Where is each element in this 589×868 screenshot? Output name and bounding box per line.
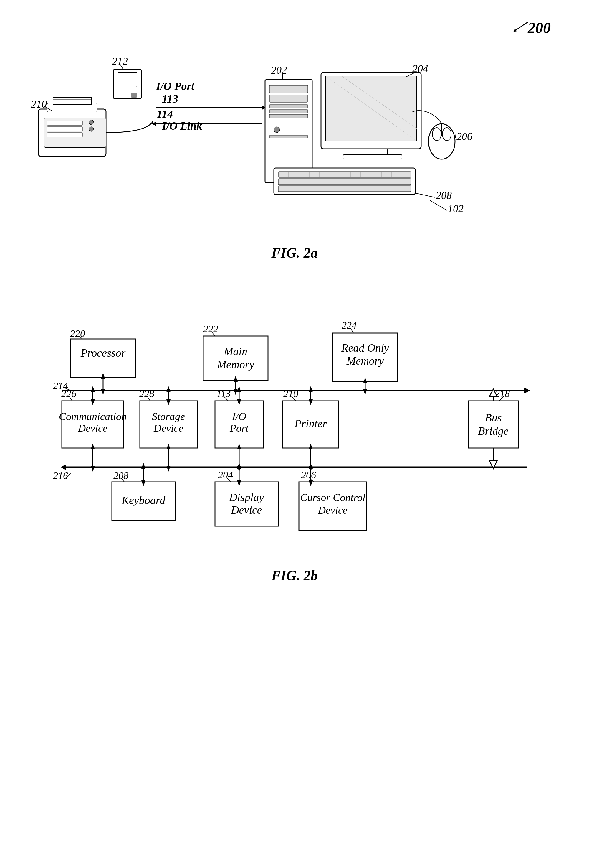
svg-marker-77 [60, 464, 66, 470]
svg-text:Printer: Printer [294, 417, 327, 430]
svg-marker-102 [363, 389, 367, 395]
svg-text:Bridge: Bridge [478, 425, 509, 437]
svg-text:202: 202 [271, 64, 287, 76]
svg-marker-122 [91, 466, 95, 472]
svg-text:206: 206 [456, 131, 473, 142]
svg-text:206: 206 [301, 469, 316, 480]
svg-text:Communication: Communication [59, 410, 127, 422]
svg-text:212: 212 [112, 55, 128, 67]
svg-text:208: 208 [113, 470, 128, 481]
svg-text:Memory: Memory [217, 359, 255, 371]
svg-text:I/O Port: I/O Port [156, 80, 195, 92]
svg-text:226: 226 [61, 388, 76, 399]
svg-text:I/O: I/O [232, 410, 246, 422]
fig2b-wrapper: 214 216 Processor 220 [24, 290, 565, 583]
svg-text:224: 224 [342, 320, 356, 331]
fig2a-caption: FIG. 2a [24, 242, 565, 261]
label-200: 200 [528, 19, 551, 37]
fig2b-caption: FIG. 2b [24, 567, 565, 583]
svg-rect-33 [269, 114, 308, 118]
svg-text:114: 114 [157, 108, 173, 120]
svg-text:Bus: Bus [485, 412, 502, 424]
svg-text:208: 208 [436, 189, 452, 201]
svg-text:210: 210 [31, 98, 47, 110]
fig2b-container: 214 216 Processor 220 [44, 290, 545, 556]
svg-text:Device: Device [318, 504, 348, 516]
svg-point-49 [442, 128, 451, 140]
svg-text:228: 228 [139, 388, 154, 399]
svg-rect-103 [468, 401, 518, 448]
svg-text:220: 220 [70, 328, 85, 339]
svg-text:102: 102 [448, 203, 464, 214]
svg-rect-29 [269, 86, 308, 93]
svg-text:210: 210 [283, 388, 298, 399]
svg-text:216: 216 [53, 470, 68, 481]
svg-text:Main: Main [224, 345, 247, 357]
svg-rect-9 [47, 127, 82, 131]
svg-text:Device: Device [231, 504, 262, 516]
fig2a-svg: 210 212 I/O Port 113 I/O Link 114 [29, 53, 560, 236]
svg-rect-87 [203, 336, 268, 380]
svg-text:204: 204 [412, 63, 428, 75]
svg-text:Device: Device [78, 422, 107, 434]
svg-rect-43 [343, 155, 402, 159]
svg-rect-30 [269, 95, 308, 102]
svg-point-34 [274, 127, 280, 133]
svg-marker-94 [234, 389, 238, 395]
page: 200 210 [0, 0, 589, 868]
svg-rect-4 [53, 97, 91, 105]
fig2a-container: 210 212 I/O Port 113 I/O Link 114 [29, 53, 560, 236]
svg-text:Device: Device [153, 422, 183, 434]
svg-line-71 [430, 201, 447, 210]
svg-rect-31 [269, 105, 308, 108]
svg-marker-150 [309, 386, 313, 392]
svg-text:113: 113 [162, 93, 178, 105]
svg-rect-55 [278, 186, 411, 192]
svg-text:I/O Link: I/O Link [162, 120, 202, 132]
svg-text:Storage: Storage [152, 410, 185, 422]
svg-marker-133 [166, 466, 171, 472]
svg-text:Memory: Memory [346, 354, 384, 367]
svg-marker-160 [141, 463, 146, 469]
svg-marker-140 [237, 386, 241, 392]
svg-point-12 [89, 127, 94, 131]
svg-marker-86 [101, 389, 105, 395]
svg-marker-129 [166, 386, 171, 392]
svg-text:Read Only: Read Only [341, 342, 389, 354]
svg-marker-73 [524, 388, 530, 393]
svg-text:Port: Port [230, 422, 249, 434]
svg-marker-118 [91, 386, 95, 392]
svg-text:222: 222 [203, 323, 218, 334]
svg-rect-53 [278, 171, 411, 177]
svg-rect-17 [131, 93, 137, 97]
svg-text:Cursor Control: Cursor Control [300, 492, 365, 503]
svg-rect-16 [118, 72, 137, 87]
svg-text:Display: Display [229, 491, 264, 503]
svg-text:Processor: Processor [80, 347, 126, 359]
svg-point-11 [89, 120, 94, 125]
fig2b-svg: 214 216 Processor 220 [44, 290, 545, 556]
svg-rect-54 [278, 179, 411, 185]
svg-text:Keyboard: Keyboard [121, 494, 165, 506]
svg-point-48 [432, 128, 441, 140]
svg-rect-32 [269, 110, 308, 113]
svg-rect-35 [269, 136, 308, 138]
svg-rect-10 [47, 133, 82, 137]
svg-rect-42 [358, 149, 387, 155]
svg-rect-8 [47, 121, 82, 125]
svg-text:113: 113 [216, 388, 231, 399]
svg-line-0 [514, 22, 528, 31]
svg-text:204: 204 [218, 469, 233, 480]
svg-line-69 [415, 193, 435, 198]
